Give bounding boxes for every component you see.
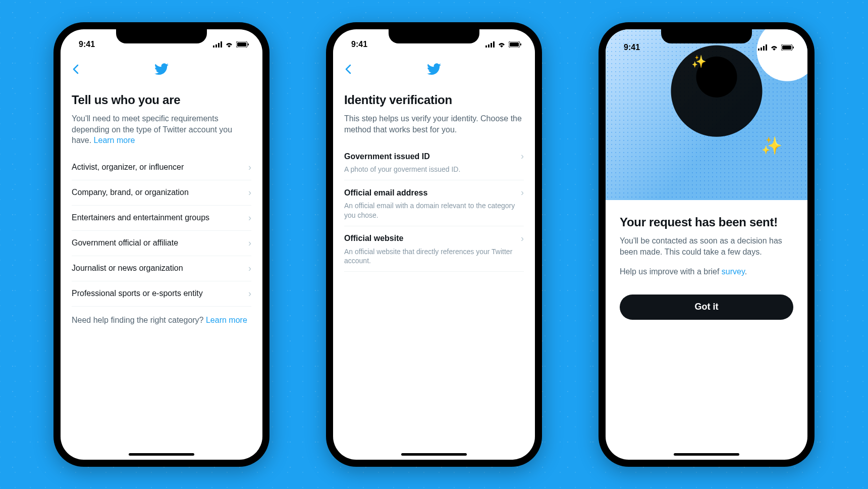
svg-rect-17 [766, 44, 767, 51]
screen-identity-verification: 9:41 Identity verification This step hel… [333, 29, 535, 460]
svg-rect-15 [761, 47, 762, 51]
option-subtitle: An official website that directly refere… [344, 247, 524, 265]
help-learn-more-link[interactable]: Learn more [206, 316, 247, 324]
svg-rect-19 [782, 45, 791, 50]
chevron-right-icon: › [248, 213, 251, 223]
page-title: Tell us who you are [72, 93, 251, 107]
home-indicator[interactable] [401, 453, 467, 456]
verification-options: Government issued ID› A photo of your go… [344, 144, 524, 272]
twitter-logo-icon [427, 63, 441, 75]
row-label: Entertainers and entertainment groups [72, 213, 209, 222]
nav-bar [61, 57, 262, 82]
category-row-government[interactable]: Government official or affiliate› [72, 231, 251, 256]
back-button[interactable] [341, 62, 355, 76]
chevron-right-icon: › [248, 288, 251, 299]
svg-rect-1 [215, 44, 217, 47]
survey-link[interactable]: survey [722, 267, 745, 276]
svg-rect-14 [758, 48, 760, 51]
row-label: Journalist or news organization [72, 264, 183, 273]
option-government-id[interactable]: Government issued ID› A photo of your go… [344, 144, 524, 180]
survey-post: . [745, 267, 747, 276]
status-indicators [758, 44, 794, 51]
option-title: Official website [344, 234, 403, 243]
notch [661, 29, 752, 43]
chevron-right-icon: › [248, 187, 251, 198]
status-time: 9:41 [351, 40, 367, 49]
status-indicators [485, 41, 522, 47]
svg-rect-9 [491, 43, 492, 47]
twitter-logo-icon [154, 63, 169, 75]
svg-rect-2 [218, 43, 220, 47]
svg-rect-8 [488, 44, 490, 47]
chevron-right-icon: › [521, 151, 524, 162]
wifi-icon [497, 41, 506, 47]
phone-3: 9:41 ✨ ✨ Your request has been sent! You… [599, 22, 815, 467]
help-pre: Need help finding the right category? [72, 316, 206, 324]
svg-rect-7 [485, 45, 487, 47]
battery-icon [509, 41, 522, 47]
chevron-right-icon: › [521, 233, 524, 244]
content-area: Identity verification This step helps us… [333, 82, 535, 460]
svg-rect-0 [213, 45, 214, 47]
category-list: Activist, organizer, or influencer› Comp… [72, 155, 251, 307]
row-label: Activist, organizer, or influencer [72, 163, 184, 172]
category-row-company[interactable]: Company, brand, or organization› [72, 180, 251, 206]
option-official-email[interactable]: Official email address› An official emai… [344, 180, 524, 226]
signal-icon [485, 41, 495, 47]
got-it-button[interactable]: Got it [620, 295, 793, 320]
screen-category-select: 9:41 Tell us who you are You'll need to … [61, 29, 262, 460]
learn-more-link[interactable]: Learn more [94, 136, 135, 144]
home-indicator[interactable] [129, 453, 194, 456]
chevron-right-icon: › [248, 263, 251, 274]
svg-rect-12 [510, 42, 519, 46]
content-area: Tell us who you are You'll need to meet … [61, 82, 262, 460]
survey-pre: Help us improve with a brief [620, 267, 722, 276]
category-row-journalist[interactable]: Journalist or news organization› [72, 256, 251, 281]
svg-rect-6 [248, 43, 249, 45]
notch [389, 29, 479, 43]
chevron-right-icon: › [248, 238, 251, 249]
nav-bar [333, 57, 535, 82]
page-subtitle: This step helps us verify your identity.… [344, 113, 524, 135]
svg-rect-10 [493, 41, 495, 47]
svg-rect-20 [793, 46, 794, 48]
row-label: Company, brand, or organization [72, 188, 189, 197]
option-title: Official email address [344, 188, 427, 198]
page-title: Identity verification [344, 93, 524, 107]
row-label: Government official or affiliate [72, 238, 178, 248]
battery-icon [236, 41, 249, 47]
notch [116, 29, 207, 43]
page-subtitle: You'll need to meet specific requirement… [72, 113, 251, 146]
back-button[interactable] [69, 62, 83, 76]
row-label: Professional sports or e-sports entity [72, 289, 203, 298]
category-row-sports[interactable]: Professional sports or e-sports entity› [72, 281, 251, 307]
svg-rect-13 [520, 43, 521, 45]
option-official-website[interactable]: Official website› An official website th… [344, 226, 524, 272]
battery-icon [781, 44, 794, 51]
chevron-right-icon: › [521, 187, 524, 198]
screen-request-sent: 9:41 ✨ ✨ Your request has been sent! You… [606, 29, 807, 460]
svg-rect-16 [763, 46, 765, 51]
signal-icon [758, 44, 767, 51]
option-title: Government issued ID [344, 152, 430, 161]
status-time: 9:41 [624, 43, 640, 52]
phone-2: 9:41 Identity verification This step hel… [326, 22, 542, 467]
content-area: Your request has been sent! You'll be co… [606, 200, 807, 320]
category-row-activist[interactable]: Activist, organizer, or influencer› [72, 155, 251, 180]
page-title: Your request has been sent! [620, 215, 793, 229]
chevron-right-icon: › [248, 162, 251, 173]
option-subtitle: An official email with a domain relevant… [344, 201, 524, 219]
status-time: 9:41 [79, 40, 95, 49]
svg-rect-3 [221, 41, 222, 47]
wifi-icon [225, 41, 234, 47]
home-indicator[interactable] [674, 453, 739, 456]
sparkle-icon: ✨ [761, 135, 782, 156]
signal-icon [213, 41, 222, 47]
phone-1: 9:41 Tell us who you are You'll need to … [53, 22, 269, 467]
category-row-entertainers[interactable]: Entertainers and entertainment groups› [72, 206, 251, 231]
survey-text: Help us improve with a brief survey. [620, 266, 793, 277]
body-text: You'll be contacted as soon as a decisio… [620, 235, 793, 257]
svg-rect-5 [237, 42, 246, 46]
help-text: Need help finding the right category? Le… [72, 316, 251, 325]
wifi-icon [770, 44, 779, 51]
